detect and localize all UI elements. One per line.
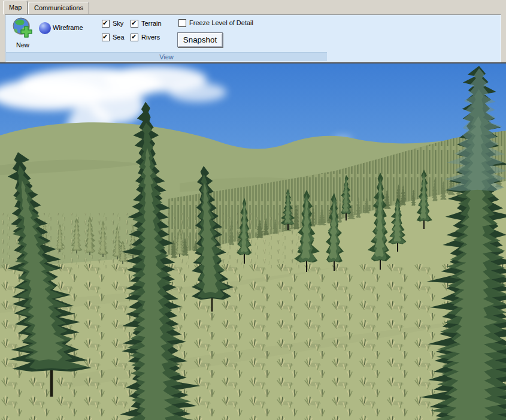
checkbox-icon <box>178 19 186 27</box>
sky-checkbox[interactable]: Sky <box>102 20 123 28</box>
tab-map[interactable]: Map <box>3 1 28 14</box>
view-ribbon-panel: New Wireframe Sky Terrain Sea Rivers Fre… <box>5 14 501 62</box>
checkbox-icon <box>102 20 110 28</box>
wireframe-label: Wireframe <box>53 24 83 31</box>
view-group-caption: View <box>6 52 327 61</box>
terrain-checkbox[interactable]: Terrain <box>131 20 162 28</box>
terrain-render <box>0 64 506 420</box>
map-3d-view[interactable] <box>0 62 506 420</box>
new-globe-icon <box>10 16 36 41</box>
sea-checkbox[interactable]: Sea <box>102 34 125 41</box>
terrain-checkbox-label: Terrain <box>141 20 162 27</box>
sky-checkbox-label: Sky <box>113 20 123 27</box>
new-button[interactable]: New <box>10 16 36 52</box>
wireframe-sphere-icon <box>39 22 51 34</box>
sea-checkbox-label: Sea <box>113 34 125 41</box>
tab-strip: Map Communications <box>0 0 506 14</box>
checkbox-icon <box>131 20 138 28</box>
freeze-lod-checkbox-label: Freeze Level of Detail <box>189 19 253 26</box>
snapshot-button[interactable]: Snapshot <box>177 32 223 47</box>
rivers-checkbox[interactable]: Rivers <box>131 34 160 41</box>
new-button-label: New <box>10 41 36 49</box>
rivers-checkbox-label: Rivers <box>141 34 160 41</box>
tab-communications[interactable]: Communications <box>28 2 89 14</box>
freeze-lod-checkbox[interactable]: Freeze Level of Detail <box>178 19 253 27</box>
checkbox-icon <box>131 34 138 41</box>
checkbox-icon <box>102 34 110 41</box>
